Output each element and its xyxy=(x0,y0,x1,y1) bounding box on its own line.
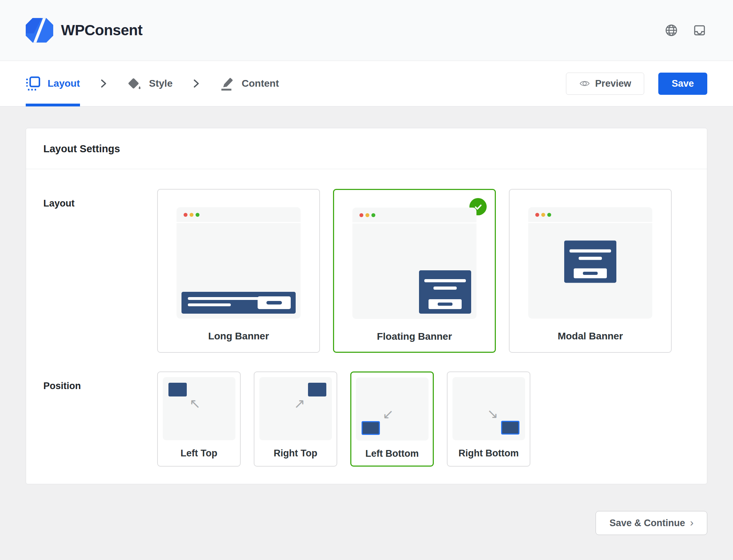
banner-text-line xyxy=(188,303,231,306)
long-banner-preview xyxy=(181,292,296,314)
window-dot-yellow xyxy=(541,213,545,217)
position-options: ↖ Left Top ↗ Right Top xyxy=(157,371,690,467)
eye-icon xyxy=(579,78,590,89)
browser-mockup xyxy=(352,208,476,319)
brand-name: WPConsent xyxy=(61,22,142,39)
banner-text-line xyxy=(433,287,457,290)
window-dot-yellow xyxy=(190,213,193,217)
banner-text-line xyxy=(579,257,602,260)
layout-options: Long Banner xyxy=(157,189,690,353)
banner-text-line xyxy=(424,279,466,282)
window-dot-red xyxy=(359,213,363,217)
banner-button-shape xyxy=(574,268,607,278)
save-button[interactable]: Save xyxy=(658,73,707,95)
position-option-left-bottom[interactable]: ↙ Left Bottom xyxy=(350,371,434,467)
layout-row-label: Layout xyxy=(43,189,157,353)
layout-option-label: Floating Banner xyxy=(377,331,452,342)
banner-text-line xyxy=(569,249,611,252)
wpconsent-app: WPConsent Layout xyxy=(0,0,733,560)
panel-title: Layout Settings xyxy=(26,128,707,169)
banner-position-rect xyxy=(168,383,187,396)
banner-button-pill xyxy=(266,301,282,304)
banner-button-pill xyxy=(583,272,598,275)
chevron-right-icon: › xyxy=(690,517,694,529)
window-dot-green xyxy=(547,213,551,217)
mockup-titlebar xyxy=(528,207,652,222)
step-separator xyxy=(100,78,107,89)
layout-icon xyxy=(26,76,41,91)
save-button-label: Save xyxy=(672,78,694,89)
active-tab-underline xyxy=(26,104,80,106)
window-dot-yellow xyxy=(365,213,369,217)
browser-mockup xyxy=(528,207,652,319)
position-option-right-bottom[interactable]: ↘ Right Bottom xyxy=(447,371,530,467)
modal-banner-preview xyxy=(564,240,616,283)
position-option-label: Right Top xyxy=(274,448,318,459)
paint-bucket-icon xyxy=(127,76,142,91)
chevron-right-icon xyxy=(100,78,107,89)
tab-content-label: Content xyxy=(242,78,279,89)
position-preview: ↖ xyxy=(163,377,235,440)
tab-layout[interactable]: Layout xyxy=(26,61,80,106)
position-option-label: Left Top xyxy=(180,448,217,459)
layout-row: Layout xyxy=(43,189,690,353)
position-option-right-top[interactable]: ↗ Right Top xyxy=(254,371,337,467)
mockup-divider xyxy=(528,222,652,223)
tab-layout-label: Layout xyxy=(48,78,80,89)
banner-position-rect xyxy=(308,383,326,396)
inbox-icon[interactable] xyxy=(693,24,706,37)
layout-option-long-banner[interactable]: Long Banner xyxy=(157,189,320,353)
banner-position-rect xyxy=(362,421,380,435)
layout-option-modal-banner[interactable]: Modal Banner xyxy=(509,189,672,353)
step-separator xyxy=(192,78,200,89)
window-dot-green xyxy=(196,213,199,217)
layout-option-label: Long Banner xyxy=(208,331,269,342)
layout-option-label: Modal Banner xyxy=(558,331,623,342)
mockup-titlebar xyxy=(352,208,476,222)
main-content: Layout Settings Layout xyxy=(0,106,733,535)
layout-settings-panel: Layout Settings Layout xyxy=(26,128,707,484)
pencil-icon xyxy=(220,76,235,91)
position-option-left-top[interactable]: ↖ Left Top xyxy=(157,371,241,467)
banner-text-line xyxy=(188,297,260,300)
brand-name-rest: Consent xyxy=(85,22,143,38)
wpconsent-logo-icon xyxy=(26,18,53,43)
position-row: Position ↖ Left Top ↗ xyxy=(43,371,690,467)
preview-button[interactable]: Preview xyxy=(566,73,644,95)
step-nav: Layout Style xyxy=(0,61,733,106)
arrow-down-right-icon: ↘ xyxy=(487,407,498,420)
window-dot-red xyxy=(535,213,539,217)
banner-button-pill xyxy=(438,303,452,306)
arrow-up-left-icon: ↖ xyxy=(190,397,201,410)
position-option-label: Left Bottom xyxy=(365,448,419,459)
tab-style[interactable]: Style xyxy=(127,61,173,106)
brand-name-bold: WP xyxy=(61,22,85,38)
banner-button-shape xyxy=(258,296,291,309)
browser-mockup xyxy=(177,207,301,319)
banner-button-shape xyxy=(429,299,462,309)
arrow-up-right-icon: ↗ xyxy=(294,397,305,410)
floating-banner-preview xyxy=(419,270,471,314)
layout-option-floating-banner[interactable]: Floating Banner xyxy=(333,189,496,353)
window-dot-red xyxy=(184,213,187,217)
position-preview: ↘ xyxy=(452,377,525,440)
position-preview: ↙ xyxy=(356,377,429,441)
chevron-right-icon xyxy=(192,78,200,89)
position-option-label: Right Bottom xyxy=(458,448,519,459)
position-row-label: Position xyxy=(43,371,157,467)
window-dot-green xyxy=(371,213,375,217)
mockup-divider xyxy=(352,222,476,223)
mockup-divider xyxy=(177,222,301,223)
banner-position-rect xyxy=(501,421,519,435)
top-header: WPConsent xyxy=(0,0,733,61)
globe-icon[interactable] xyxy=(665,24,678,37)
position-preview: ↗ xyxy=(259,377,332,440)
tab-content[interactable]: Content xyxy=(220,61,279,106)
preview-button-label: Preview xyxy=(595,78,631,89)
save-and-continue-button[interactable]: Save & Continue › xyxy=(596,511,707,535)
brand-logo: WPConsent xyxy=(26,18,142,43)
save-and-continue-label: Save & Continue xyxy=(609,518,685,529)
tab-style-label: Style xyxy=(149,78,173,89)
mockup-titlebar xyxy=(177,207,301,222)
arrow-down-left-icon: ↙ xyxy=(383,407,394,421)
